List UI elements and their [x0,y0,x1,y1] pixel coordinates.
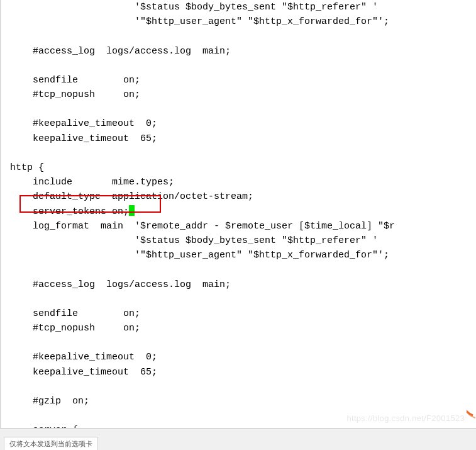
code-line[interactable]: keepalive_timeout 65; [10,132,476,146]
send-mode-tab[interactable]: 仅将文本发送到当前选项卡 [4,437,98,450]
code-line[interactable]: '$status $body_bytes_sent "$http_referer… [10,0,476,14]
editor-container[interactable]: '$status $body_bytes_sent "$http_referer… [0,0,476,428]
code-line[interactable]: '$status $body_bytes_sent "$http_referer… [10,233,476,248]
code-line[interactable]: log_format main '$remote_addr - $remote_… [10,219,476,233]
code-line[interactable]: keepalive_timeout 65; [10,365,476,380]
code-line[interactable] [10,335,476,350]
status-bar: 仅将文本发送到当前选项卡 [0,428,476,450]
code-line[interactable]: #gzip on; [10,394,476,408]
code-line[interactable] [10,408,476,423]
code-line[interactable]: http { [10,160,476,175]
code-line[interactable]: '"$http_user_agent" "$http_x_forwarded_f… [10,248,476,262]
code-line[interactable]: '"$http_user_agent" "$http_x_forwarded_f… [10,14,476,29]
code-line[interactable]: #tcp_nopush on; [10,321,476,335]
code-line[interactable]: #access_log logs/access.log main; [10,278,476,292]
text-cursor [129,205,135,216]
code-line[interactable] [10,263,476,278]
code-line[interactable]: server { [10,423,476,428]
code-line[interactable]: sendfile on; [10,307,476,321]
code-line[interactable] [10,102,476,116]
code-line[interactable]: server_tokens on; [10,205,476,219]
code-line[interactable] [10,292,476,307]
code-line[interactable] [10,30,476,44]
code-line[interactable]: include mime.types; [10,175,476,189]
code-area[interactable]: '$status $body_bytes_sent "$http_referer… [1,0,476,428]
code-line[interactable] [10,59,476,73]
code-line[interactable] [10,380,476,394]
code-line[interactable]: #access_log logs/access.log main; [10,44,476,59]
code-line[interactable]: #keepalive_timeout 0; [10,350,476,364]
code-line[interactable]: #keepalive_timeout 0; [10,116,476,131]
code-line[interactable]: #tcp_nopush on; [10,87,476,102]
code-line[interactable] [10,146,476,160]
code-line[interactable]: default_type application/octet-stream; [10,189,476,204]
code-line[interactable]: sendfile on; [10,73,476,87]
